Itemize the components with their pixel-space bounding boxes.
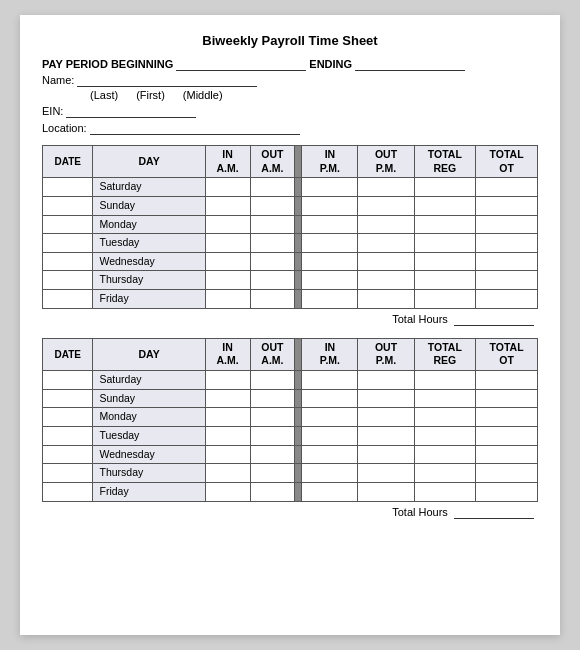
w2-date-3[interactable]	[43, 426, 93, 445]
w1-date-0[interactable]	[43, 178, 93, 197]
w2-total-ot-6[interactable]	[476, 482, 538, 501]
w2-in-am-0[interactable]	[205, 371, 250, 390]
w1-in-am-4[interactable]	[205, 252, 250, 271]
w1-out-pm-0[interactable]	[358, 178, 414, 197]
w1-total-ot-0[interactable]	[476, 178, 538, 197]
w2-date-2[interactable]	[43, 408, 93, 427]
w1-total-reg-1[interactable]	[414, 196, 476, 215]
w1-total-reg-3[interactable]	[414, 234, 476, 253]
w1-in-pm-3[interactable]	[302, 234, 358, 253]
w1-total-ot-5[interactable]	[476, 271, 538, 290]
w1-date-2[interactable]	[43, 215, 93, 234]
w1-in-am-2[interactable]	[205, 215, 250, 234]
w2-out-pm-6[interactable]	[358, 482, 414, 501]
w1-out-am-4[interactable]	[250, 252, 295, 271]
w1-out-am-3[interactable]	[250, 234, 295, 253]
w2-out-pm-1[interactable]	[358, 389, 414, 408]
w2-in-am-6[interactable]	[205, 482, 250, 501]
w1-total-ot-2[interactable]	[476, 215, 538, 234]
w1-total-ot-4[interactable]	[476, 252, 538, 271]
w2-in-pm-5[interactable]	[302, 464, 358, 483]
w1-in-am-6[interactable]	[205, 290, 250, 309]
location-value[interactable]	[90, 122, 300, 135]
w2-in-pm-6[interactable]	[302, 482, 358, 501]
w1-out-pm-4[interactable]	[358, 252, 414, 271]
w2-out-am-4[interactable]	[250, 445, 295, 464]
w2-date-6[interactable]	[43, 482, 93, 501]
w1-in-am-3[interactable]	[205, 234, 250, 253]
w1-in-pm-0[interactable]	[302, 178, 358, 197]
w2-in-am-5[interactable]	[205, 464, 250, 483]
w2-total-reg-5[interactable]	[414, 464, 476, 483]
w1-total-reg-4[interactable]	[414, 252, 476, 271]
w2-out-pm-0[interactable]	[358, 371, 414, 390]
w1-in-pm-2[interactable]	[302, 215, 358, 234]
w2-date-0[interactable]	[43, 371, 93, 390]
pay-period-ending-value[interactable]	[355, 58, 465, 71]
w1-total-reg-5[interactable]	[414, 271, 476, 290]
w2-out-am-0[interactable]	[250, 371, 295, 390]
w2-out-pm-4[interactable]	[358, 445, 414, 464]
w2-out-pm-5[interactable]	[358, 464, 414, 483]
w1-date-4[interactable]	[43, 252, 93, 271]
w2-out-pm-3[interactable]	[358, 426, 414, 445]
w2-total-reg-4[interactable]	[414, 445, 476, 464]
w2-out-am-1[interactable]	[250, 389, 295, 408]
week2-total-hours-value[interactable]	[454, 506, 534, 519]
w1-out-pm-1[interactable]	[358, 196, 414, 215]
w2-date-4[interactable]	[43, 445, 93, 464]
w2-in-pm-0[interactable]	[302, 371, 358, 390]
w2-date-5[interactable]	[43, 464, 93, 483]
w1-in-pm-6[interactable]	[302, 290, 358, 309]
w2-in-am-1[interactable]	[205, 389, 250, 408]
w2-in-am-4[interactable]	[205, 445, 250, 464]
w1-out-pm-2[interactable]	[358, 215, 414, 234]
w2-total-reg-2[interactable]	[414, 408, 476, 427]
w2-out-am-5[interactable]	[250, 464, 295, 483]
w1-out-am-2[interactable]	[250, 215, 295, 234]
name-value[interactable]	[77, 74, 257, 87]
w1-total-reg-2[interactable]	[414, 215, 476, 234]
w1-in-am-5[interactable]	[205, 271, 250, 290]
w1-total-reg-0[interactable]	[414, 178, 476, 197]
ein-value[interactable]	[66, 105, 196, 118]
week1-total-hours-value[interactable]	[454, 313, 534, 326]
w2-out-am-3[interactable]	[250, 426, 295, 445]
w1-date-1[interactable]	[43, 196, 93, 215]
w1-total-ot-3[interactable]	[476, 234, 538, 253]
w2-in-pm-3[interactable]	[302, 426, 358, 445]
w1-date-6[interactable]	[43, 290, 93, 309]
w1-out-pm-5[interactable]	[358, 271, 414, 290]
w2-in-am-2[interactable]	[205, 408, 250, 427]
w2-total-ot-2[interactable]	[476, 408, 538, 427]
w1-in-pm-5[interactable]	[302, 271, 358, 290]
w1-in-am-0[interactable]	[205, 178, 250, 197]
w2-total-reg-6[interactable]	[414, 482, 476, 501]
w1-out-am-1[interactable]	[250, 196, 295, 215]
w2-out-pm-2[interactable]	[358, 408, 414, 427]
w2-out-am-2[interactable]	[250, 408, 295, 427]
w2-total-ot-5[interactable]	[476, 464, 538, 483]
w1-out-am-5[interactable]	[250, 271, 295, 290]
w1-date-3[interactable]	[43, 234, 93, 253]
w1-out-pm-3[interactable]	[358, 234, 414, 253]
w2-in-pm-4[interactable]	[302, 445, 358, 464]
w1-date-5[interactable]	[43, 271, 93, 290]
w1-total-ot-1[interactable]	[476, 196, 538, 215]
w2-total-ot-0[interactable]	[476, 371, 538, 390]
w2-date-1[interactable]	[43, 389, 93, 408]
w1-total-ot-6[interactable]	[476, 290, 538, 309]
w2-in-am-3[interactable]	[205, 426, 250, 445]
w1-out-am-6[interactable]	[250, 290, 295, 309]
pay-period-beginning-value[interactable]	[176, 58, 306, 71]
w2-in-pm-1[interactable]	[302, 389, 358, 408]
w2-total-reg-1[interactable]	[414, 389, 476, 408]
w1-out-am-0[interactable]	[250, 178, 295, 197]
w2-total-reg-0[interactable]	[414, 371, 476, 390]
w2-out-am-6[interactable]	[250, 482, 295, 501]
w1-out-pm-6[interactable]	[358, 290, 414, 309]
w2-total-ot-1[interactable]	[476, 389, 538, 408]
w2-total-reg-3[interactable]	[414, 426, 476, 445]
w1-in-am-1[interactable]	[205, 196, 250, 215]
w1-total-reg-6[interactable]	[414, 290, 476, 309]
